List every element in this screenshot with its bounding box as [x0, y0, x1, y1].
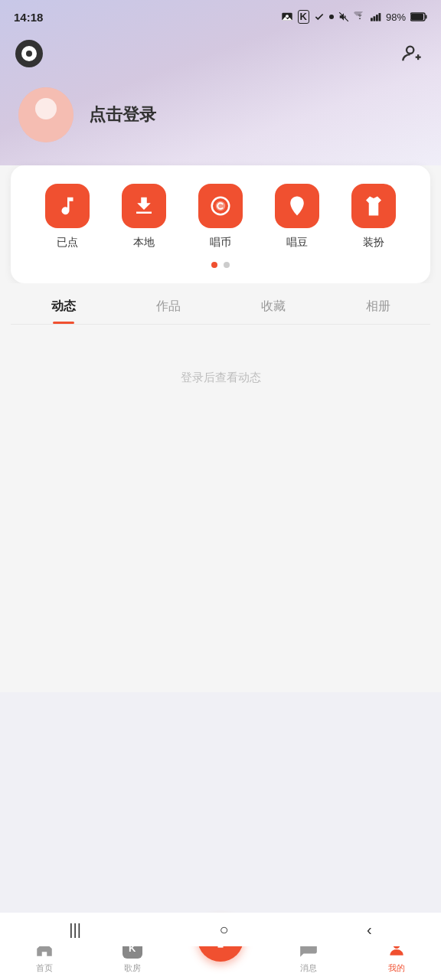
svg-point-15: [35, 98, 57, 119]
yidian-label: 已点: [57, 236, 78, 250]
battery-icon: [410, 12, 427, 21]
svg-point-11: [407, 47, 413, 54]
shirt-icon: [362, 194, 385, 217]
avatar-placeholder-icon: [18, 87, 74, 142]
status-bar: 14:18 K 98%: [0, 0, 441, 34]
action-zhuangban[interactable]: 装扮: [351, 184, 396, 250]
action-yidian[interactable]: 已点: [45, 184, 90, 250]
status-time: 14:18: [14, 11, 43, 24]
action-bendi[interactable]: 本地: [122, 184, 166, 250]
status-icons: K 98%: [281, 10, 427, 24]
changbi-label: 唱币: [210, 236, 231, 250]
yidian-icon-bg: [45, 184, 90, 228]
svg-point-1: [286, 15, 289, 18]
action-changbi[interactable]: 唱币: [198, 184, 243, 250]
back-button[interactable]: ‹: [351, 915, 387, 945]
svg-rect-6: [376, 15, 378, 21]
tab-xiangce[interactable]: 相册: [366, 299, 390, 324]
top-nav: [0, 34, 441, 80]
changdou-icon-bg: [275, 184, 319, 228]
svg-rect-4: [371, 18, 373, 21]
tabs: 动态 作品 收藏 相册: [11, 283, 430, 325]
card-area: 已点 本地: [0, 165, 441, 283]
tab-section: 动态 作品 收藏 相册: [0, 283, 441, 325]
download-icon: [132, 194, 155, 217]
nav-xiaoxi-label: 消息: [300, 962, 317, 974]
main-card: 已点 本地: [11, 165, 430, 283]
nav-wode-label: 我的: [388, 962, 405, 974]
bendi-icon-bg: [122, 184, 166, 228]
login-hint: 登录后查看动态: [181, 371, 261, 385]
changbi-icon-bg: [198, 184, 243, 228]
photo-icon: [281, 11, 293, 23]
status-dot: [329, 15, 334, 19]
recent-apps-button[interactable]: |||: [54, 915, 96, 945]
dot-0: [211, 262, 217, 268]
tab-shoucang[interactable]: 收藏: [261, 299, 286, 324]
tab-zuopin[interactable]: 作品: [156, 299, 181, 324]
action-changdou[interactable]: 唱豆: [275, 184, 319, 250]
k-icon: K: [298, 10, 309, 24]
pagination-dots: [23, 262, 418, 268]
svg-rect-5: [373, 16, 375, 21]
nav-home-label: 首页: [36, 962, 53, 974]
bendi-label: 本地: [133, 236, 155, 250]
music-note-icon: [56, 194, 79, 217]
tab-dongtai[interactable]: 动态: [51, 299, 76, 324]
battery-text: 98%: [386, 11, 406, 23]
zhuangban-label: 装扮: [363, 236, 384, 250]
coin-icon: [209, 194, 232, 217]
system-nav: ||| ○ ‹: [0, 913, 441, 946]
profile-section[interactable]: 点击登录: [0, 80, 441, 165]
tab-underline: [53, 322, 74, 324]
wifi-icon: [354, 11, 366, 22]
home-button[interactable]: ○: [204, 915, 243, 945]
avatar: [18, 87, 74, 142]
mute-icon: [338, 11, 349, 22]
bean-icon: [286, 194, 309, 217]
signal-icon: [371, 11, 381, 22]
svg-rect-10: [426, 15, 427, 19]
zhuangban-icon-bg: [351, 184, 396, 228]
quick-actions: 已点 本地: [23, 184, 418, 250]
check-icon: [314, 11, 325, 22]
app-logo[interactable]: [15, 40, 43, 67]
changdou-label: 唱豆: [286, 236, 308, 250]
dot-1: [224, 262, 230, 268]
content-area: 登录后查看动态: [0, 325, 441, 692]
nav-gefang-label: 歌房: [124, 962, 141, 974]
login-text: 点击登录: [89, 103, 156, 126]
add-user-icon: [401, 43, 423, 64]
svg-rect-9: [411, 14, 423, 20]
add-user-button[interactable]: [398, 40, 426, 67]
svg-rect-7: [378, 13, 381, 21]
